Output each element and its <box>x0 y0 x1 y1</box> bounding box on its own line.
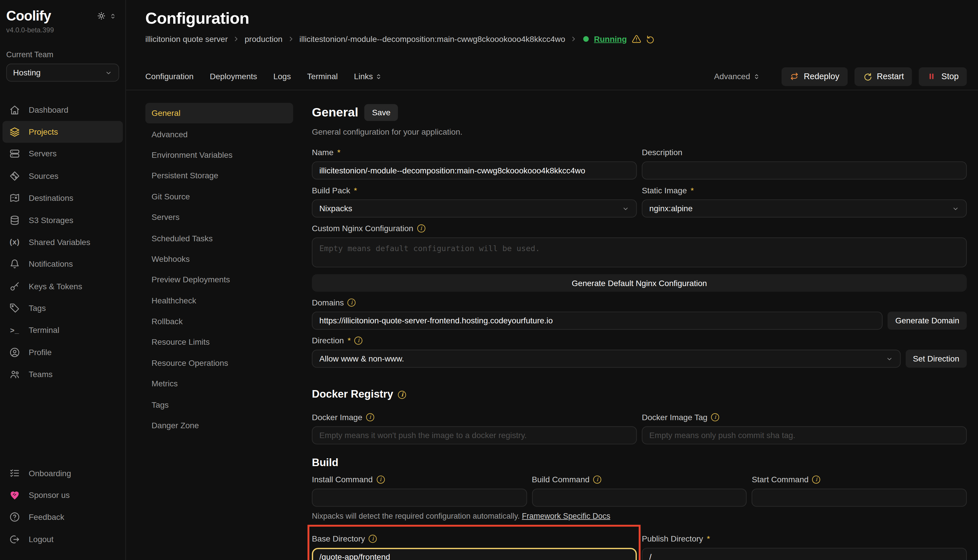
subnav-item-label: Advanced <box>152 130 188 139</box>
subnav-item-resource-operations[interactable]: Resource Operations <box>145 353 293 373</box>
subnav-item-metrics[interactable]: Metrics <box>145 373 293 394</box>
team-select[interactable]: Hosting <box>7 64 119 82</box>
subnav-item-rollback[interactable]: Rollback <box>145 311 293 332</box>
sidebar-item-sources[interactable]: Sources <box>3 165 123 187</box>
sidebar-item-profile[interactable]: Profile <box>3 341 123 363</box>
chevron-right-icon <box>233 35 240 42</box>
warning-icon[interactable] <box>632 34 641 43</box>
build-pack-select[interactable]: Nixpacks <box>312 199 637 218</box>
subnav-item-preview-deployments[interactable]: Preview Deployments <box>145 269 293 290</box>
generate-domain-button[interactable]: Generate Domain <box>888 312 967 330</box>
sidebar-item-notifications[interactable]: Notifications <box>3 253 123 275</box>
subnav-item-scheduled-tasks[interactable]: Scheduled Tasks <box>145 228 293 248</box>
sidebar-item-terminal[interactable]: >_Terminal <box>3 319 123 341</box>
subnav-item-label: Tags <box>152 400 169 409</box>
description-input[interactable] <box>642 162 967 180</box>
redeploy-icon <box>789 72 799 81</box>
layers-icon <box>9 127 20 137</box>
heart-icon <box>9 490 20 500</box>
subnav-item-tags[interactable]: Tags <box>145 394 293 415</box>
install-command-input[interactable] <box>312 488 527 507</box>
subnav-item-webhooks[interactable]: Webhooks <box>145 248 293 269</box>
save-button[interactable]: Save <box>364 104 398 121</box>
name-input[interactable] <box>312 162 637 180</box>
chevron-down-icon <box>622 205 629 212</box>
subnav-item-label: Git Source <box>152 192 190 201</box>
app-version: v4.0.0-beta.399 <box>0 25 125 34</box>
description-label: Description <box>642 148 682 157</box>
sidebar-item-servers[interactable]: Servers <box>3 143 123 165</box>
tab-label: Deployments <box>210 72 257 81</box>
tab-links[interactable]: Links <box>354 72 382 81</box>
sidebar-item-feedback[interactable]: Feedback <box>3 506 123 528</box>
sidebar-item-projects[interactable]: Projects <box>3 121 123 143</box>
subnav-item-healthcheck[interactable]: Healthcheck <box>145 290 293 311</box>
framework-docs-link[interactable]: Framework Specific Docs <box>522 512 610 520</box>
tabs: ConfigurationDeploymentsLogsTerminalLink… <box>145 72 398 81</box>
subnav-item-label: Resource Operations <box>152 358 228 368</box>
subnav-item-danger-zone[interactable]: Danger Zone <box>145 415 293 436</box>
sidebar-item-onboarding[interactable]: Onboarding <box>3 462 123 484</box>
subnav-item-environment-variables[interactable]: Environment Variables <box>145 145 293 165</box>
key-icon <box>9 281 20 292</box>
redeploy-button[interactable]: Redeploy <box>781 67 848 86</box>
subnav-item-advanced[interactable]: Advanced <box>145 124 293 145</box>
restart-button[interactable]: Restart <box>854 67 912 86</box>
subnav-item-git-source[interactable]: Git Source <box>145 186 293 207</box>
subnav-item-label: Metrics <box>152 379 177 388</box>
advanced-menu[interactable]: Advanced <box>714 72 760 81</box>
sidebar-item-dashboard[interactable]: Dashboard <box>3 99 123 121</box>
subnav-item-general[interactable]: General <box>145 103 293 124</box>
sidebar-item-keys-tokens[interactable]: Keys & Tokens <box>3 275 123 297</box>
tab-configuration[interactable]: Configuration <box>145 72 194 81</box>
sidebar-item-logout[interactable]: Logout <box>3 528 123 550</box>
database-icon <box>9 215 20 225</box>
static-image-select[interactable]: nginx:alpine <box>642 199 967 218</box>
subnav-item-resource-limits[interactable]: Resource Limits <box>145 332 293 353</box>
tab-label: Links <box>354 72 373 81</box>
breadcrumb-item[interactable]: illicitonion quote server <box>145 34 228 43</box>
info-icon <box>398 390 406 398</box>
bell-icon <box>9 259 20 270</box>
docker-image-input[interactable] <box>312 426 637 444</box>
base-directory-input[interactable] <box>312 548 637 560</box>
server-icon <box>9 148 20 159</box>
publish-directory-input[interactable] <box>642 548 967 560</box>
reload-icon[interactable] <box>646 34 655 43</box>
sidebar-item-shared-variables[interactable]: (x)Shared Variables <box>3 231 123 253</box>
subnav-item-persistent-storage[interactable]: Persistent Storage <box>145 165 293 186</box>
app-logo: Coolify <box>7 8 51 25</box>
nginx-config-label: Custom Nginx Configuration <box>312 223 413 233</box>
nginx-config-textarea[interactable] <box>312 238 967 268</box>
direction-select[interactable]: Allow www & non-www. <box>312 350 900 368</box>
sidebar-item-sponsor-us[interactable]: Sponsor us <box>3 484 123 506</box>
theme-chevrons-up-down-icon[interactable] <box>109 12 117 20</box>
generate-nginx-button[interactable]: Generate Default Nginx Configuration <box>312 274 967 292</box>
subnav-item-label: Preview Deployments <box>152 275 230 284</box>
sidebar-item-destinations[interactable]: Destinations <box>3 187 123 209</box>
nixpacks-note: Nixpacks will detect the required config… <box>312 512 520 520</box>
braces-x-icon: (x) <box>9 237 20 247</box>
stop-button[interactable]: Stop <box>919 67 967 86</box>
required-asterisk: * <box>348 336 351 345</box>
sidebar-item-tags[interactable]: Tags <box>3 297 123 319</box>
breadcrumb: illicitonion quote serverproductionillic… <box>145 34 967 43</box>
sidebar-item-teams[interactable]: Teams <box>3 363 123 385</box>
domains-input[interactable] <box>312 312 883 330</box>
theme-sun-icon[interactable] <box>97 11 106 20</box>
tab-deployments[interactable]: Deployments <box>210 72 257 81</box>
start-command-input[interactable] <box>752 488 967 507</box>
build-command-input[interactable] <box>532 488 747 507</box>
subnav-item-servers[interactable]: Servers <box>145 207 293 228</box>
docker-image-tag-input[interactable] <box>642 426 967 444</box>
map-icon <box>9 193 20 203</box>
sidebar-item-s3-storages[interactable]: S3 Storages <box>3 209 123 231</box>
tab-logs[interactable]: Logs <box>273 72 291 81</box>
status-running-link[interactable]: Running <box>594 34 627 43</box>
set-direction-button[interactable]: Set Direction <box>905 350 967 368</box>
breadcrumb-item[interactable]: illicitestonion/-module--decomposition:m… <box>299 34 565 43</box>
tab-terminal[interactable]: Terminal <box>307 72 338 81</box>
section-title-general: General <box>312 105 358 120</box>
sidebar-item-label: Logout <box>28 535 53 544</box>
breadcrumb-item[interactable]: production <box>245 34 283 43</box>
